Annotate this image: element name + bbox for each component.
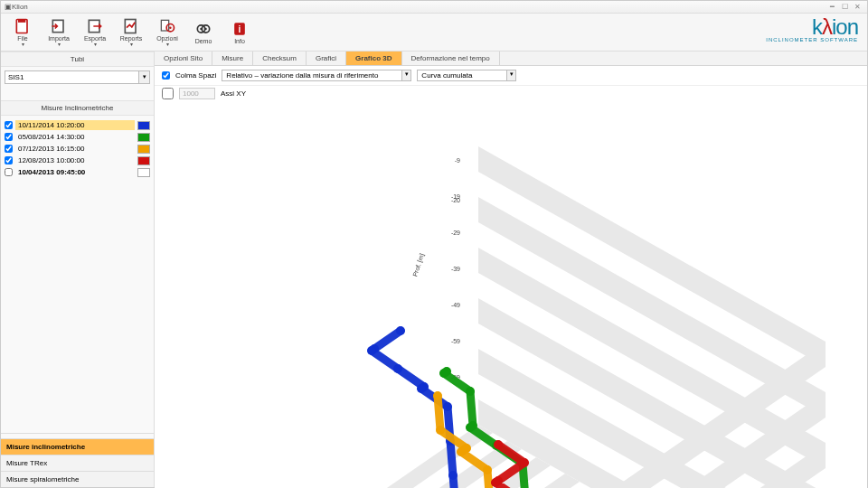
colma-spazi-label: Colma Spazi (175, 71, 216, 80)
svg-point-106 (494, 440, 503, 449)
importa-button[interactable]: Importa▾ (41, 15, 77, 49)
main-toolbar: File▾ Importa▾ Esporta▾ Reports▾ Opzioni… (1, 14, 867, 52)
measurement-label: 05/08/2014 14:30:00 (15, 132, 135, 142)
tab-opzioni-sito[interactable]: Opzioni Sito (155, 52, 212, 65)
app-icon: ▣ (5, 3, 12, 11)
svg-point-95 (457, 447, 466, 456)
assi-label: Assi XY (221, 89, 246, 98)
curve-combo[interactable]: Curva cumulata▾ (417, 70, 516, 81)
esporta-button[interactable]: Esporta▾ (77, 15, 113, 49)
svg-point-11 (204, 28, 207, 31)
tab-grafici[interactable]: Grafici (307, 52, 346, 65)
options-icon (158, 17, 176, 35)
svg-text:-39: -39 (451, 266, 460, 272)
tab-misure[interactable]: Misure (212, 52, 253, 65)
chart-3d[interactable]: -69-59-49-39-29-19-9-20-9-19-29-39-49-59… (155, 101, 867, 488)
close-button[interactable]: ✕ (851, 3, 863, 11)
measurement-row[interactable]: 12/08/2013 10:00:00 (5, 155, 150, 166)
measurement-row[interactable]: 10/04/2013 09:45:00 (5, 166, 150, 178)
svg-point-7 (169, 26, 172, 29)
measurement-row[interactable]: 05/08/2014 14:30:00 (5, 131, 150, 143)
svg-point-78 (466, 387, 475, 396)
reports-button[interactable]: Reports▾ (113, 15, 149, 49)
num-field[interactable]: 1000 (179, 88, 215, 99)
reports-icon (122, 17, 140, 35)
svg-text:-49: -49 (451, 302, 460, 308)
tabs: Opzioni Sito Misure Checksum Grafici Gra… (155, 52, 867, 66)
num-checkbox[interactable] (162, 88, 174, 99)
color-swatch (137, 156, 150, 165)
svg-point-109 (491, 478, 500, 487)
stack-trex[interactable]: Misure TRex (1, 455, 154, 471)
svg-point-80 (466, 423, 475, 432)
app-title: Klion (12, 3, 28, 11)
tab-deformazione[interactable]: Deformazione nel tempo (402, 52, 500, 65)
measurement-checkbox[interactable] (5, 145, 13, 153)
demo-button[interactable]: Demo (185, 15, 222, 49)
svg-point-67 (443, 402, 452, 411)
sidebar-stack: Misure inclinometriche Misure TRex Misur… (1, 433, 154, 487)
svg-point-10 (200, 28, 203, 31)
tubi-select[interactable] (5, 70, 139, 84)
svg-text:-29: -29 (451, 230, 460, 236)
file-icon (14, 17, 32, 35)
measurement-checkbox[interactable] (5, 156, 13, 164)
tab-checksum[interactable]: Checksum (253, 52, 307, 65)
color-swatch (137, 121, 150, 130)
import-icon (50, 17, 68, 35)
svg-point-107 (520, 458, 529, 467)
measurement-checkbox[interactable] (5, 121, 13, 129)
tubi-panel-title: Tubi (1, 52, 154, 67)
measurement-label: 12/08/2013 10:00:00 (15, 155, 135, 165)
mode-combo[interactable]: Relativo – variazione dalla misura di ri… (222, 70, 411, 81)
svg-text:-9: -9 (455, 157, 460, 164)
chart-canvas: -69-59-49-39-29-19-9-20-9-19-29-39-49-59… (158, 105, 863, 488)
chart-option-bar-2: 1000 Assi XY (155, 86, 867, 101)
svg-point-63 (367, 346, 376, 355)
maximize-button[interactable]: ☐ (838, 3, 851, 11)
color-swatch (137, 145, 150, 154)
sidebar: Tubi ▾ Misure Inclinometriche 10/11/2014… (1, 52, 155, 487)
measurement-label: 07/12/2013 16:15:00 (15, 144, 135, 154)
measurement-label: 10/11/2014 10:20:00 (15, 120, 135, 130)
svg-point-92 (436, 426, 445, 435)
stack-spiral[interactable]: Misure spiralometriche (1, 471, 154, 487)
info-icon: i (231, 20, 249, 38)
colma-spazi-checkbox[interactable] (162, 71, 170, 80)
stack-inclino[interactable]: Misure inclinometriche (1, 438, 154, 455)
export-icon (86, 17, 104, 35)
measurement-list: 10/11/2014 10:20:0005/08/2014 14:30:0007… (1, 116, 154, 182)
brand-logo: kλion INCLINOMETER SOFTWARE (766, 17, 858, 42)
titlebar: ▣ Klion ━ ☐ ✕ (1, 1, 867, 14)
demo-icon (194, 20, 212, 38)
measurement-label: 10/04/2013 09:45:00 (15, 167, 135, 177)
svg-rect-1 (18, 20, 25, 23)
measurement-checkbox[interactable] (5, 168, 13, 176)
color-swatch (137, 168, 150, 177)
svg-point-64 (393, 364, 402, 373)
svg-text:-20: -20 (451, 197, 460, 203)
misure-panel-title: Misure Inclinometriche (1, 100, 154, 116)
svg-point-61 (396, 326, 405, 335)
svg-text:i: i (239, 24, 241, 34)
main-panel: Opzioni Sito Misure Checksum Grafici Gra… (155, 52, 867, 487)
opzioni-button[interactable]: Opzioni▾ (149, 15, 185, 49)
tab-grafico3d[interactable]: Grafico 3D (346, 52, 401, 65)
app-window: ▣ Klion ━ ☐ ✕ File▾ Importa▾ Esporta▾ Re… (0, 0, 868, 488)
measurement-row[interactable]: 07/12/2013 16:15:00 (5, 143, 150, 155)
svg-text:Prof. [m]: Prof. [m] (411, 253, 426, 278)
svg-point-96 (483, 465, 492, 474)
info-button[interactable]: i Info (222, 15, 258, 49)
chart-option-bar: Colma Spazi Relativo – variazione dalla … (155, 66, 867, 86)
svg-point-91 (433, 391, 442, 400)
file-button[interactable]: File▾ (5, 15, 41, 49)
svg-text:-59: -59 (451, 338, 460, 344)
minimize-button[interactable]: ━ (826, 3, 838, 11)
svg-point-77 (439, 369, 448, 378)
svg-point-69 (448, 471, 458, 480)
tubi-dropdown-icon[interactable]: ▾ (139, 70, 150, 84)
svg-point-66 (417, 384, 426, 393)
color-swatch (137, 133, 150, 142)
measurement-checkbox[interactable] (5, 133, 13, 141)
measurement-row[interactable]: 10/11/2014 10:20:00 (5, 119, 150, 131)
